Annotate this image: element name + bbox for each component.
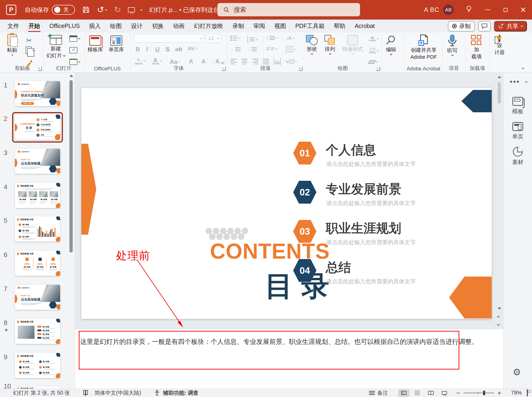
- shape-outline-button[interactable]: [369, 48, 379, 53]
- line-spacing-button[interactable]: ↕: [266, 35, 278, 40]
- slide-thumbnail-7[interactable]: COMPANY PART 02 点击添加标题: [15, 285, 60, 310]
- eraser-button[interactable]: [369, 60, 378, 64]
- reset-slide-button[interactable]: ↺: [69, 47, 77, 53]
- font-size-combobox[interactable]: 12: [206, 34, 221, 43]
- slide-thumbnail-4[interactable]: 添加标题 内容 输入标题 输入标题 输入标题 输入标题: [15, 183, 60, 208]
- shape-fill-button[interactable]: [369, 36, 379, 41]
- create-share-adobe-pdf-button[interactable]: 创建并共享Adobe PDF: [408, 34, 439, 60]
- normal-view-button[interactable]: [398, 389, 409, 397]
- redo-button[interactable]: ↻: [114, 6, 121, 14]
- dictate-button[interactable]: 听写: [447, 34, 458, 56]
- tab-draw[interactable]: 绘图: [105, 19, 126, 33]
- comments-button[interactable]: [478, 21, 491, 31]
- tab-design[interactable]: 设计: [126, 19, 147, 33]
- slide-thumbnail-6[interactable]: 添加标题 内容 40% 输入标题 28% 输入标题 82% 输入标题: [15, 251, 60, 276]
- tab-acrobat[interactable]: Acrobat: [350, 19, 379, 33]
- slide-layout-button[interactable]: [69, 35, 80, 42]
- tab-view[interactable]: 视图: [270, 19, 291, 33]
- sidebar-item-single-page[interactable]: 单页: [503, 122, 532, 140]
- minimize-button[interactable]: [479, 0, 497, 19]
- toc-item-4[interactable]: 04 总结 请点击此处输入您所需要的具体文字: [293, 259, 480, 294]
- autosave-toggle[interactable]: 关: [52, 5, 75, 15]
- zoom-out-button[interactable]: −: [456, 391, 460, 395]
- underline-button[interactable]: U: [155, 46, 160, 53]
- scrollbar-thumb[interactable]: [498, 82, 501, 103]
- text-direction-button[interactable]: ↓A: [286, 35, 294, 41]
- distribute-button[interactable]: ↔: [274, 58, 281, 65]
- next-slide-button[interactable]: [497, 323, 499, 327]
- zoom-in-button[interactable]: +: [497, 391, 501, 395]
- strikethrough-button[interactable]: ab: [175, 46, 182, 53]
- increase-indent-button[interactable]: →: [247, 47, 257, 51]
- arrange-button[interactable]: 排列: [324, 35, 336, 55]
- thumbnail-scrollbar[interactable]: [69, 73, 74, 389]
- presence-initials[interactable]: A BC: [424, 6, 439, 13]
- collapse-sidebar-button[interactable]: [525, 80, 528, 83]
- close-button[interactable]: [514, 0, 532, 19]
- undo-button[interactable]: ↺: [97, 6, 107, 14]
- powerpoint-logo-icon[interactable]: P: [6, 5, 16, 15]
- reading-view-button[interactable]: [425, 389, 436, 397]
- template-library-button[interactable]: 模板库: [88, 35, 103, 53]
- bullets-button[interactable]: [230, 35, 240, 41]
- italic-button[interactable]: I: [146, 46, 148, 53]
- quick-access-overflow[interactable]: [141, 9, 142, 11]
- single-page-library-button[interactable]: 单页库: [109, 35, 124, 53]
- slide-thumbnail-3[interactable]: COMPANY PART 01 点击添加标题: [15, 149, 60, 174]
- scroll-down-arrow[interactable]: [497, 308, 501, 310]
- zoom-slider[interactable]: [464, 393, 494, 393]
- spell-check-button[interactable]: [82, 390, 89, 396]
- text-shadow-button[interactable]: S: [166, 46, 169, 53]
- accessibility-status[interactable]: 辅助功能: 调查: [163, 389, 198, 397]
- collapse-ribbon-button[interactable]: [521, 66, 525, 69]
- decrease-indent-button[interactable]: ←: [230, 47, 241, 51]
- text-highlight-button[interactable]: ✎: [135, 57, 145, 65]
- tab-officeplus[interactable]: OfficePLUS: [45, 19, 84, 33]
- slide-thumbnail-10[interactable]: 添加标题 内容: [15, 387, 60, 389]
- tab-animations[interactable]: 动画: [168, 19, 189, 33]
- slide-thumbnail-8[interactable]: 添加标题 内容 输入标题 输入标题 输入标题 输入标题: [15, 319, 60, 344]
- paragraph-dialog-launcher[interactable]: ↘: [298, 67, 303, 71]
- slide-sorter-view-button[interactable]: [412, 389, 423, 397]
- tab-file[interactable]: 文件: [3, 19, 24, 33]
- convert-smartart-button[interactable]: ➘: [285, 59, 297, 64]
- scrollbar-thumb[interactable]: [69, 80, 73, 253]
- avatar[interactable]: AB: [443, 4, 454, 15]
- record-button[interactable]: 录制: [448, 21, 475, 31]
- accessibility-button[interactable]: [154, 390, 160, 396]
- zoom-slider-thumb[interactable]: [483, 391, 485, 395]
- slideshow-view-button[interactable]: [439, 389, 450, 397]
- tab-record[interactable]: 录制: [228, 19, 249, 33]
- save-button[interactable]: [82, 6, 90, 14]
- tell-me-button[interactable]: [465, 5, 472, 14]
- clipboard-dialog-launcher[interactable]: ↘: [38, 67, 42, 71]
- tab-home[interactable]: 开始: [24, 19, 45, 33]
- tab-insert[interactable]: 插入: [84, 19, 105, 33]
- drawing-dialog-launcher[interactable]: ↘: [376, 67, 380, 71]
- tab-transitions[interactable]: 切换: [147, 19, 168, 33]
- font-name-combobox[interactable]: [134, 34, 204, 43]
- character-spacing-button[interactable]: AV: [188, 46, 197, 52]
- align-text-button[interactable]: ↕: [286, 46, 296, 52]
- bold-button[interactable]: B: [136, 46, 140, 53]
- tab-pdf-tools[interactable]: PDF工具箱: [291, 19, 329, 33]
- tab-help[interactable]: 帮助: [329, 19, 350, 33]
- fit-to-window-button[interactable]: [527, 390, 528, 396]
- designer-button[interactable]: 设计器: [495, 35, 505, 56]
- section-button[interactable]: [69, 59, 80, 65]
- font-color-button[interactable]: A: [152, 57, 162, 65]
- quick-styles-button[interactable]: 快速样式: [342, 35, 363, 55]
- slide-thumbnail-2[interactable]: CONTENTS 目录 01个人信息 02专业发展前景 03职业生涯规划 04总…: [15, 115, 60, 140]
- grow-font-button[interactable]: Aˆ: [189, 58, 195, 65]
- cut-button[interactable]: ✂: [26, 36, 32, 44]
- slide-counter[interactable]: 幻灯片 第 2 张, 共 50 张: [13, 389, 70, 397]
- search-input[interactable]: 搜索: [217, 3, 360, 16]
- previous-slide-button[interactable]: [497, 315, 499, 319]
- present-button[interactable]: [128, 7, 135, 12]
- toc-item-1[interactable]: 01 个人信息 请点击此处输入您所需要的具体文字: [293, 142, 480, 177]
- scroll-up-arrow[interactable]: [497, 76, 501, 78]
- paste-button[interactable]: 粘贴: [7, 34, 17, 56]
- align-center-button[interactable]: [241, 59, 248, 64]
- sidebar-item-assets[interactable]: 素材: [503, 147, 532, 166]
- slide-thumbnail-1[interactable]: COMPANY CAREER PLANNING 职业生涯规划书 汇报人：ABC: [15, 81, 60, 106]
